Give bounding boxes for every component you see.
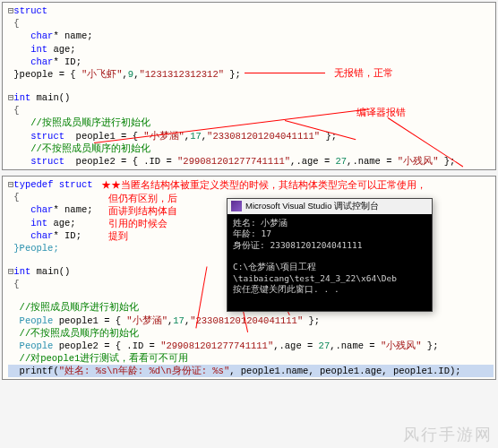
vs-icon bbox=[231, 201, 242, 211]
code-line: struct people2 = { .ID = "29908120127774… bbox=[8, 155, 494, 168]
code-line: struct people1 = { "小梦涵",17,"23308120120… bbox=[8, 130, 494, 142]
code-line: { bbox=[8, 17, 494, 30]
code-line: ⊟typedef struct bbox=[8, 178, 494, 191]
code-line: int age; bbox=[8, 43, 494, 56]
code-line-selected: printf("姓名: %s\n年龄: %d\n身份证: %s", people… bbox=[8, 365, 494, 377]
code-line: //不按照成员顺序的初始化 bbox=[8, 142, 494, 155]
code-block-1: ⊟struct { char* name; int age; char* ID;… bbox=[2, 2, 496, 170]
code-line: char* name; bbox=[8, 30, 494, 42]
code-line: People people2 = { .ID = "29908120127774… bbox=[8, 340, 494, 352]
code-line: People people1 = { "小梦涵",17,"23308120120… bbox=[8, 314, 494, 327]
code-line: }people = { "小飞虾",9,"1231312312312" }; bbox=[8, 68, 494, 81]
console-title-text: Microsoft Visual Studio 调试控制台 bbox=[245, 201, 379, 212]
console-titlebar[interactable]: Microsoft Visual Studio 调试控制台 bbox=[228, 199, 432, 214]
code-line: ⊟int main() bbox=[8, 91, 494, 104]
watermark: 风行手游网 bbox=[403, 424, 493, 445]
console-popup[interactable]: Microsoft Visual Studio 调试控制台 姓名: 小梦涵 年龄… bbox=[227, 198, 433, 312]
code-line: //不按照成员顺序的初始化 bbox=[8, 327, 494, 340]
code-line: //对people1进行测试，看看可不可用 bbox=[8, 352, 494, 365]
code-line: { bbox=[8, 104, 494, 116]
code-line: //按照成员顺序进行初始化 bbox=[8, 116, 494, 129]
code-line: ⊟struct bbox=[8, 4, 494, 17]
console-output: 姓名: 小梦涵 年龄: 17 身份证: 233081201204041111 C… bbox=[228, 214, 432, 311]
code-line: char* ID; bbox=[8, 56, 494, 68]
code-line bbox=[8, 81, 494, 91]
code-block-2: ⊟typedef struct { char* name; int age; c… bbox=[2, 176, 496, 380]
